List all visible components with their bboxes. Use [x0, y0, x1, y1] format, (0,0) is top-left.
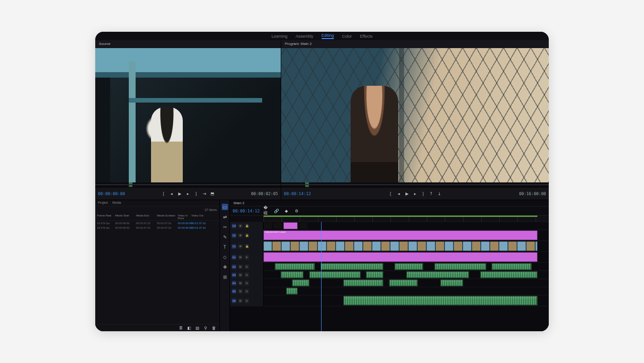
- selection-tool-icon[interactable]: ▭: [222, 204, 228, 210]
- video-clip[interactable]: [283, 222, 298, 229]
- track-select-tool-icon[interactable]: ⇄: [222, 214, 228, 220]
- ws-tab-effects[interactable]: Effects: [360, 34, 372, 39]
- video-clip[interactable]: [273, 222, 282, 229]
- a2-mute[interactable]: M: [238, 265, 243, 269]
- ws-tab-learning[interactable]: Learning: [272, 34, 288, 39]
- program-scrubber[interactable]: [281, 182, 549, 187]
- col-vin[interactable]: Video In Point: [178, 214, 190, 220]
- time-ruler[interactable]: [263, 216, 549, 222]
- col-mediadur[interactable]: Media Duration: [157, 214, 177, 220]
- project-tab[interactable]: Project: [98, 201, 108, 205]
- a1-mute[interactable]: M: [238, 255, 243, 260]
- col-vout[interactable]: Video Out: [191, 214, 204, 220]
- prg-step-fwd-icon[interactable]: ▸: [412, 191, 418, 197]
- v3-lock-icon[interactable]: 🔒: [244, 224, 249, 228]
- audio-clip[interactable]: [366, 271, 383, 278]
- v2-lock-icon[interactable]: 🔒: [244, 233, 249, 238]
- a4-mute[interactable]: M: [238, 281, 243, 285]
- step-fwd-icon[interactable]: ▸: [185, 191, 191, 197]
- ws-tab-editing[interactable]: Editing: [322, 33, 334, 39]
- source-viewer[interactable]: [95, 48, 281, 182]
- a1-solo[interactable]: S: [244, 255, 249, 260]
- marker-icon[interactable]: ◆: [283, 208, 290, 214]
- overwrite-icon[interactable]: ⬒: [210, 191, 216, 197]
- a4-target[interactable]: A4: [232, 281, 236, 285]
- audio-clip[interactable]: [321, 263, 383, 270]
- source-tab[interactable]: Source: [95, 41, 281, 48]
- video-clip[interactable]: [299, 222, 308, 229]
- audio-clip[interactable]: [292, 280, 309, 286]
- v2-eye-icon[interactable]: 👁: [238, 233, 243, 238]
- v1-lock-icon[interactable]: 🔒: [244, 244, 249, 249]
- audio-clip[interactable]: [434, 263, 486, 270]
- insert-icon[interactable]: ⇥: [201, 191, 208, 197]
- col-mediastart[interactable]: Media Start: [115, 214, 135, 220]
- audio-clip[interactable]: [275, 263, 315, 270]
- list-view-icon[interactable]: ≣: [178, 325, 184, 331]
- a6-target[interactable]: A6: [232, 299, 236, 303]
- a2-target[interactable]: A2: [232, 265, 236, 269]
- v3-target[interactable]: V3: [232, 224, 236, 228]
- audio-clip[interactable]: [395, 263, 423, 270]
- v3-eye-icon[interactable]: 👁: [238, 224, 243, 228]
- v1-target[interactable]: V1: [232, 244, 236, 249]
- trash-icon[interactable]: 🗑: [210, 325, 217, 331]
- freeform-view-icon[interactable]: ▤: [194, 325, 200, 331]
- linked-sel-icon[interactable]: 🔗: [273, 208, 280, 214]
- audio-clip[interactable]: [389, 280, 418, 286]
- a3-mute[interactable]: M: [238, 273, 243, 277]
- program-tab[interactable]: Program: Main 2: [281, 41, 549, 48]
- razor-tool-icon[interactable]: ✂: [222, 224, 228, 230]
- step-back-icon[interactable]: ◂: [169, 191, 175, 197]
- v1-eye-icon[interactable]: 👁: [238, 244, 243, 249]
- a3-target[interactable]: A3: [232, 273, 236, 277]
- a6-solo[interactable]: S: [244, 299, 249, 303]
- video-clip[interactable]: [263, 222, 273, 229]
- slip-tool-icon[interactable]: ◇: [222, 254, 228, 260]
- col-mediaend[interactable]: Media End: [136, 214, 156, 220]
- a2-solo[interactable]: S: [244, 265, 249, 269]
- audio-clip[interactable]: [492, 263, 532, 270]
- search-icon[interactable]: ⚲: [202, 325, 209, 331]
- video-clip[interactable]: Adjustment Layer: [263, 231, 537, 240]
- tracks-area[interactable]: V3 👁 🔒 V2 👁 🔒: [230, 222, 549, 331]
- audio-clip[interactable]: [263, 252, 537, 262]
- snap-icon[interactable]: �磁: [263, 208, 270, 214]
- project-row[interactable]: 23.976 fps 00:00:00:00 00:02:07:15 00:02…: [95, 221, 220, 226]
- audio-clip[interactable]: [406, 271, 469, 278]
- v2-target[interactable]: V2: [232, 233, 236, 238]
- video-clip[interactable]: [263, 241, 537, 251]
- col-framerate[interactable]: Frame Rate: [97, 214, 114, 220]
- ws-tab-assembly[interactable]: Assembly: [296, 34, 313, 39]
- project-row[interactable]: 23.976 fps 00:00:00:00 00:02:07:15 00:02…: [95, 226, 220, 230]
- music-clip[interactable]: [343, 296, 537, 305]
- icon-view-icon[interactable]: ◧: [186, 325, 192, 331]
- a5-solo[interactable]: S: [244, 289, 249, 294]
- playhead[interactable]: [321, 222, 322, 331]
- prg-mark-out-icon[interactable]: }: [420, 191, 426, 197]
- a5-target[interactable]: A5: [232, 289, 236, 294]
- prg-step-back-icon[interactable]: ◂: [395, 191, 402, 197]
- a5-mute[interactable]: M: [238, 289, 243, 294]
- a3-solo[interactable]: S: [244, 273, 249, 277]
- prg-mark-in-icon[interactable]: {: [387, 191, 394, 197]
- sequence-tab[interactable]: Main 2: [234, 201, 244, 205]
- a4-solo[interactable]: S: [244, 281, 249, 285]
- mark-in-icon[interactable]: {: [161, 191, 167, 197]
- audio-clip[interactable]: [309, 271, 361, 278]
- mark-out-icon[interactable]: }: [193, 191, 200, 197]
- hand-tool-icon[interactable]: ✥: [222, 264, 228, 270]
- audio-clip[interactable]: [480, 271, 537, 278]
- prg-play-icon[interactable]: ▶: [404, 191, 410, 197]
- program-viewer[interactable]: [281, 48, 549, 182]
- pen-tool-icon[interactable]: ✎: [222, 234, 228, 240]
- lift-icon[interactable]: ⤒: [428, 191, 434, 197]
- extract-icon[interactable]: ⤓: [436, 191, 443, 197]
- media-tab[interactable]: Media: [112, 201, 121, 205]
- audio-clip[interactable]: [281, 271, 303, 278]
- a6-mute[interactable]: M: [238, 299, 243, 303]
- play-icon[interactable]: ▶: [177, 191, 183, 197]
- zoom-tool-icon[interactable]: ⊞: [222, 274, 228, 280]
- audio-clip[interactable]: [286, 288, 298, 294]
- settings-icon[interactable]: ⚙: [293, 208, 300, 214]
